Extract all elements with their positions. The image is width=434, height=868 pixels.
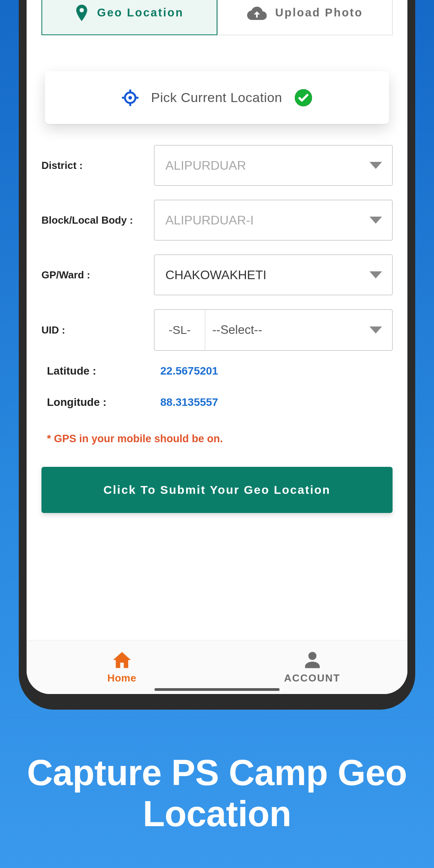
gps-note: * GPS in your mobile should be on. [47, 433, 393, 445]
submit-geo-location-button[interactable]: Click To Submit Your Geo Location [41, 467, 393, 513]
location-target-icon [121, 89, 139, 107]
svg-point-1 [129, 96, 132, 99]
tab-upload-label: Upload Photo [275, 6, 363, 19]
tab-geo-label: Geo Location [97, 6, 183, 19]
district-value: ALIPURDUAR [165, 158, 246, 173]
longitude-value: 88.3135557 [160, 396, 218, 409]
gesture-bar [154, 688, 280, 691]
chevron-down-icon [369, 162, 382, 169]
latitude-value: 22.5675201 [160, 365, 218, 377]
uid-prefix: -SL- [154, 310, 205, 350]
uid-label: UID : [41, 324, 154, 336]
gpward-value: CHAKOWAKHETI [165, 268, 266, 282]
pick-current-location-button[interactable]: Pick Current Location [45, 71, 389, 124]
pick-location-label: Pick Current Location [151, 90, 282, 105]
uid-select[interactable]: -SL- --Select-- [154, 309, 393, 351]
check-circle-icon [294, 88, 313, 107]
nav-account[interactable]: ACCOUNT [217, 640, 407, 694]
latitude-label: Latitude : [47, 365, 160, 377]
block-label: Block/Local Body : [41, 214, 154, 226]
nav-home-label: Home [107, 672, 136, 684]
tab-upload-photo[interactable]: Upload Photo [217, 0, 393, 35]
tabs[interactable]: Geo Location Upload Photo [41, 0, 393, 35]
home-icon [111, 650, 133, 670]
gpward-select[interactable]: CHAKOWAKHETI [154, 255, 393, 295]
screen: Geo Location Upload Photo Pick Current L… [27, 0, 407, 694]
map-pin-icon [75, 5, 88, 21]
submit-label: Click To Submit Your Geo Location [104, 483, 331, 497]
phone-frame: Geo Location Upload Photo Pick Current L… [19, 0, 415, 710]
user-icon [303, 650, 322, 670]
chevron-down-icon [369, 326, 382, 334]
page-caption: Capture PS Camp Geo Location [0, 752, 434, 834]
tab-geo-location[interactable]: Geo Location [41, 0, 217, 35]
district-select[interactable]: ALIPURDUAR [154, 145, 393, 186]
nav-account-label: ACCOUNT [284, 672, 341, 684]
bottom-nav[interactable]: Home ACCOUNT [27, 640, 407, 694]
block-select[interactable]: ALIPURDUAR-I [154, 200, 393, 240]
cloud-upload-icon [247, 6, 267, 20]
longitude-label: Longitude : [47, 396, 160, 409]
block-value: ALIPURDUAR-I [165, 213, 254, 228]
gpward-label: GP/Ward : [41, 269, 154, 281]
district-label: District : [41, 160, 154, 172]
chevron-down-icon [369, 271, 382, 278]
chevron-down-icon [369, 217, 382, 224]
uid-value: --Select-- [212, 323, 262, 337]
nav-home[interactable]: Home [27, 640, 217, 694]
